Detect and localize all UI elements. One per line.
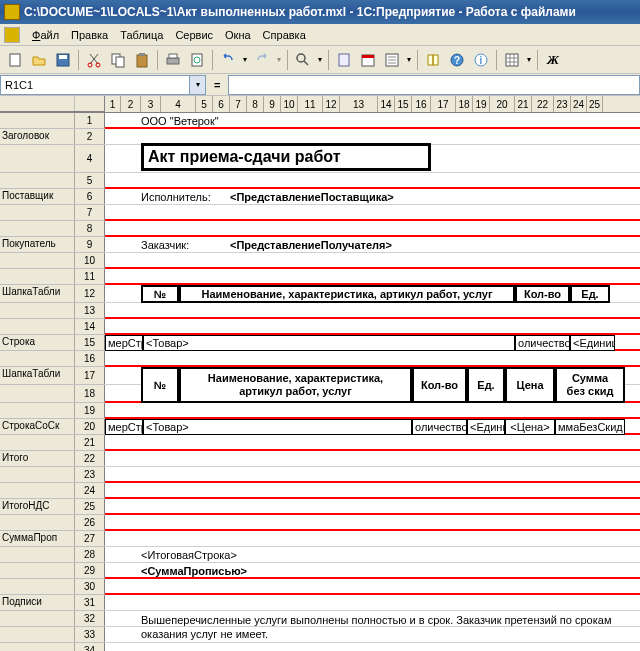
row-header[interactable]: 13 <box>0 303 105 319</box>
col-header[interactable]: 12 <box>323 96 340 112</box>
undo-icon[interactable] <box>217 49 239 71</box>
menu-windows[interactable]: Окна <box>219 27 257 43</box>
cell-ref-dropdown-icon[interactable]: ▾ <box>190 75 206 95</box>
row-header[interactable]: 4 <box>0 145 105 173</box>
col-header[interactable]: 20 <box>490 96 515 112</box>
tool-calc-icon[interactable] <box>333 49 355 71</box>
row-header[interactable]: Покупатель9 <box>0 237 105 253</box>
tool-calendar-icon[interactable] <box>357 49 379 71</box>
row-header[interactable]: СуммаПроп27 <box>0 531 105 547</box>
paste-icon[interactable] <box>131 49 153 71</box>
save-icon[interactable] <box>52 49 74 71</box>
row-header[interactable]: 33 <box>0 627 105 643</box>
col-header[interactable]: 18 <box>456 96 473 112</box>
menu-file[interactable]: Файл <box>26 27 65 43</box>
row-header[interactable]: 7 <box>0 205 105 221</box>
cell-reference[interactable]: R1C1 <box>0 75 190 95</box>
row-header[interactable]: 30 <box>0 579 105 595</box>
row-header[interactable]: Заголовок2 <box>0 129 105 145</box>
col-header[interactable]: 9 <box>264 96 281 112</box>
book-icon[interactable] <box>422 49 444 71</box>
row-header[interactable]: 28 <box>0 547 105 563</box>
formula-bar: R1C1 ▾ = <box>0 74 640 96</box>
col-header[interactable]: 23 <box>554 96 571 112</box>
cell-item: <Товар> <box>143 335 515 351</box>
help-icon[interactable]: ? <box>446 49 468 71</box>
undo-dd-icon[interactable]: ▾ <box>241 49 249 71</box>
row-header[interactable]: 19 <box>0 403 105 419</box>
info-icon[interactable]: i <box>470 49 492 71</box>
col-header[interactable]: 2 <box>121 96 141 112</box>
row-header[interactable]: 29 <box>0 563 105 579</box>
menu-help[interactable]: Справка <box>257 27 312 43</box>
row-header[interactable]: 5 <box>0 173 105 189</box>
col-header[interactable]: 25 <box>587 96 603 112</box>
row-header[interactable]: 8 <box>0 221 105 237</box>
grid-dd-icon[interactable]: ▾ <box>525 49 533 71</box>
col-header[interactable]: 13 <box>340 96 378 112</box>
row-header[interactable]: ИтогоНДС25 <box>0 499 105 515</box>
col-header[interactable]: 15 <box>395 96 412 112</box>
col-header[interactable]: 4 <box>161 96 196 112</box>
row-header[interactable]: Итого22 <box>0 451 105 467</box>
row-header[interactable]: 32 <box>0 611 105 627</box>
row-header[interactable]: 24 <box>0 483 105 499</box>
col-header[interactable]: 16 <box>412 96 431 112</box>
row-header[interactable]: 23 <box>0 467 105 483</box>
cut-icon[interactable] <box>83 49 105 71</box>
menu-service[interactable]: Сервис <box>169 27 219 43</box>
svg-text:i: i <box>480 55 483 66</box>
row-header[interactable]: Подписи31 <box>0 595 105 611</box>
col-header[interactable]: 21 <box>515 96 532 112</box>
col-header[interactable]: 7 <box>230 96 247 112</box>
col-header[interactable]: 17 <box>431 96 456 112</box>
grid-icon[interactable] <box>501 49 523 71</box>
row-header[interactable]: Поставщик6 <box>0 189 105 205</box>
col-header[interactable]: 14 <box>378 96 395 112</box>
row-header[interactable]: 21 <box>0 435 105 451</box>
tool-prop-dd-icon[interactable]: ▾ <box>405 49 413 71</box>
col-header[interactable]: 19 <box>473 96 490 112</box>
cell-qty: оличество> <box>412 419 467 435</box>
print-icon[interactable] <box>162 49 184 71</box>
menu-table[interactable]: Таблица <box>114 27 169 43</box>
row-header[interactable]: Строка15 <box>0 335 105 351</box>
find-dd-icon[interactable]: ▾ <box>316 49 324 71</box>
col-header[interactable]: 11 <box>298 96 323 112</box>
menu-edit[interactable]: Правка <box>65 27 114 43</box>
col-header[interactable]: 6 <box>213 96 230 112</box>
row-header[interactable]: 10 <box>0 253 105 269</box>
row-header[interactable]: 1 <box>0 113 105 129</box>
redo-dd-icon[interactable]: ▾ <box>275 49 283 71</box>
row-header[interactable]: 16 <box>0 351 105 367</box>
col-header[interactable]: 5 <box>196 96 213 112</box>
open-icon[interactable] <box>28 49 50 71</box>
th-sum: Суммабез скид <box>555 367 625 403</box>
row-header[interactable]: 18 <box>0 385 105 403</box>
total-line: <ИтоговаяСтрока> <box>141 548 237 561</box>
find-icon[interactable] <box>292 49 314 71</box>
col-header[interactable]: 24 <box>571 96 587 112</box>
preview-icon[interactable] <box>186 49 208 71</box>
row-header[interactable]: ШапкаТабли12 <box>0 285 105 303</box>
tool-prop-icon[interactable] <box>381 49 403 71</box>
spreadsheet-grid[interactable]: 1234567891011121314151617181920212223242… <box>0 96 640 651</box>
doc-title[interactable]: Акт приема-сдачи работ <box>141 143 431 171</box>
row-header[interactable]: 26 <box>0 515 105 531</box>
new-icon[interactable] <box>4 49 26 71</box>
col-header[interactable]: 1 <box>105 96 121 112</box>
row-header[interactable]: 34 <box>0 643 105 651</box>
row-header[interactable]: 14 <box>0 319 105 335</box>
bold-icon[interactable]: Ж <box>542 49 564 71</box>
copy-icon[interactable] <box>107 49 129 71</box>
row-header[interactable]: ШапкаТабли17 <box>0 367 105 385</box>
col-header[interactable]: 8 <box>247 96 264 112</box>
col-header[interactable]: 22 <box>532 96 554 112</box>
col-header[interactable]: 10 <box>281 96 298 112</box>
row-header[interactable]: СтрокаСоСк20 <box>0 419 105 435</box>
redo-icon[interactable] <box>251 49 273 71</box>
cell-qty: оличество> <box>515 335 570 351</box>
col-header[interactable]: 3 <box>141 96 161 112</box>
row-header[interactable]: 11 <box>0 269 105 285</box>
formula-input[interactable] <box>228 75 640 95</box>
